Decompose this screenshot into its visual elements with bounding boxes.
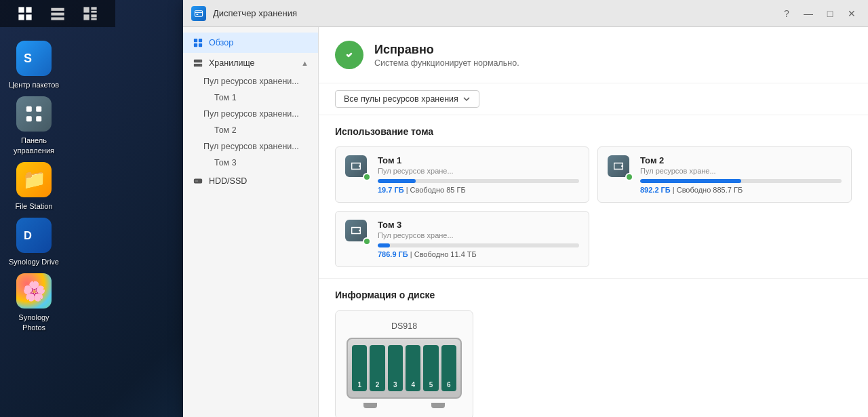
- volume2-usage-text: 892.2 ГБ | Свободно 885.7 ГБ: [640, 186, 842, 194]
- device-foot-right: [431, 403, 445, 408]
- status-banner: Исправно Система функционирует нормально…: [319, 27, 868, 83]
- desktop-icons: S Центр пакетов Панель управления: [0, 27, 68, 346]
- svg-rect-7: [83, 7, 89, 12]
- pool-filter-button[interactable]: Все пулы ресурсов хранения: [335, 90, 479, 108]
- svg-rect-8: [91, 7, 96, 9]
- volume1-icon: [345, 155, 370, 180]
- control-panel-icon[interactable]: Панель управления: [7, 96, 61, 155]
- volume2-progress-fill: [640, 179, 741, 183]
- disk-info-title: Информация о диске: [335, 290, 852, 300]
- volume-card-3: Том 3 Пул ресурсов хране... 786.9 ГБ | С…: [335, 211, 589, 267]
- storage-chevron: ▲: [301, 59, 309, 67]
- sidebar-item-hdd[interactable]: HDD/SSD: [183, 171, 318, 191]
- volume-card-1: Том 1 Пул ресурсов хране... 19.7 ГБ | Св…: [335, 146, 589, 203]
- volume1-name: Том 1: [378, 155, 579, 165]
- synology-drive-icon[interactable]: D Synology Drive: [7, 218, 61, 266]
- package-center-icon[interactable]: S Центр пакетов: [7, 41, 61, 90]
- svg-rect-9: [91, 11, 96, 13]
- svg-rect-23: [199, 39, 202, 42]
- pool2-label: Пул ресурсов хранени...: [203, 109, 309, 119]
- svg-rect-25: [199, 43, 202, 47]
- package-center-image: S: [16, 41, 52, 76]
- svg-rect-15: [36, 106, 41, 112]
- disk-slot-5: 5: [423, 345, 438, 391]
- volume-usage-title: Использование тома: [335, 126, 852, 137]
- sidebar-item-overview[interactable]: Обзор: [183, 33, 318, 53]
- svg-text:S: S: [24, 52, 32, 65]
- file-station-icon[interactable]: 📁 File Station: [7, 162, 61, 211]
- window-controls: ? — □ ✕: [778, 5, 860, 22]
- vol2-label: Том 2: [214, 125, 309, 135]
- disk-slot-3: 3: [388, 345, 403, 391]
- status-text: Исправно Система функционирует нормально…: [374, 43, 519, 68]
- volume3-icon: [345, 220, 370, 244]
- svg-rect-1: [26, 7, 31, 12]
- status-description: Система функционирует нормально.: [374, 58, 519, 68]
- svg-point-35: [359, 230, 361, 232]
- sidebar-item-vol3[interactable]: Том 3: [203, 155, 318, 171]
- hdd-label: HDD/SSD: [209, 176, 309, 186]
- disk-slot-6: 6: [441, 345, 456, 391]
- list-view-button[interactable]: [42, 1, 73, 26]
- svg-point-28: [201, 60, 202, 62]
- synology-photos-image: 🌸: [16, 273, 52, 309]
- svg-rect-16: [26, 116, 32, 121]
- maximize-button[interactable]: □: [822, 5, 838, 22]
- content-area: Исправно Система функционирует нормально…: [319, 27, 868, 417]
- minimize-button[interactable]: —: [800, 5, 816, 22]
- device-feet: [363, 403, 445, 408]
- volume1-usage-text: 19.7 ГБ | Свободно 85 ГБ: [378, 186, 579, 194]
- svg-rect-11: [91, 14, 96, 17]
- overview-icon: [193, 37, 203, 48]
- control-panel-label: Панель управления: [7, 136, 61, 155]
- sidebar-sub-storage: Пул ресурсов хранени... Том 1 Пул ресурс…: [183, 73, 318, 171]
- detail-view-button[interactable]: [75, 1, 106, 26]
- hdd-icon: [193, 176, 203, 186]
- grid-view-button[interactable]: [9, 1, 41, 26]
- device-body: 1 2 3 4 5 6: [347, 338, 462, 399]
- disk-slot-2: 2: [370, 345, 384, 391]
- svg-point-33: [359, 165, 361, 167]
- volume3-status-dot: [363, 237, 371, 245]
- volume3-info: Том 3 Пул ресурсов хране... 786.9 ГБ | С…: [378, 220, 579, 258]
- sidebar-item-pool2[interactable]: Пул ресурсов хранени...: [203, 106, 318, 122]
- svg-rect-10: [83, 14, 89, 20]
- synology-drive-image: D: [16, 218, 52, 253]
- sidebar-item-pool3[interactable]: Пул ресурсов хранени...: [203, 138, 318, 155]
- ds918-device: DS918 1 2 3 4 5 6: [335, 310, 473, 417]
- svg-rect-0: [18, 7, 24, 12]
- sidebar-item-vol2[interactable]: Том 2: [203, 122, 318, 138]
- pool1-label: Пул ресурсов хранени...: [203, 77, 309, 86]
- synology-photos-label: Synology Photos: [7, 313, 61, 332]
- synology-drive-label: Synology Drive: [9, 257, 59, 266]
- window-icon: [191, 6, 206, 21]
- vol3-label: Том 3: [214, 158, 309, 167]
- volume2-name: Том 2: [640, 155, 842, 165]
- svg-rect-19: [195, 10, 202, 16]
- vol1-label: Том 1: [214, 93, 309, 102]
- help-button[interactable]: ?: [778, 5, 795, 22]
- sidebar: Обзор Хранилище ▲: [183, 27, 319, 417]
- synology-photos-icon[interactable]: 🌸 Synology Photos: [7, 273, 61, 332]
- close-button[interactable]: ✕: [844, 5, 860, 22]
- storage-manager-window: Диспетчер хранения ? — □ ✕: [183, 0, 868, 417]
- volume2-progress-bg: [640, 179, 842, 183]
- sidebar-item-storage[interactable]: Хранилище ▲: [183, 53, 318, 73]
- volume3-pool: Пул ресурсов хране...: [378, 231, 579, 239]
- volume-card-2: Том 2 Пул ресурсов хране... 892.2 ГБ | С…: [597, 146, 852, 203]
- volume1-pool: Пул ресурсов хране...: [378, 167, 579, 175]
- sidebar-item-vol1[interactable]: Том 1: [203, 90, 318, 106]
- storage-label: Хранилище: [209, 58, 296, 68]
- svg-rect-24: [194, 43, 197, 47]
- file-station-image: 📁: [16, 162, 52, 197]
- volume-usage-section: Использование тома: [319, 115, 868, 279]
- status-ok-icon: [335, 41, 363, 69]
- device-foot-left: [363, 403, 377, 408]
- svg-point-34: [621, 165, 623, 167]
- svg-rect-14: [26, 106, 32, 112]
- svg-rect-2: [18, 14, 24, 20]
- window-title: Диспетчер хранения: [213, 8, 772, 18]
- sidebar-item-pool1[interactable]: Пул ресурсов хранени...: [203, 73, 318, 90]
- volume3-name: Том 3: [378, 220, 579, 230]
- svg-rect-17: [36, 116, 41, 121]
